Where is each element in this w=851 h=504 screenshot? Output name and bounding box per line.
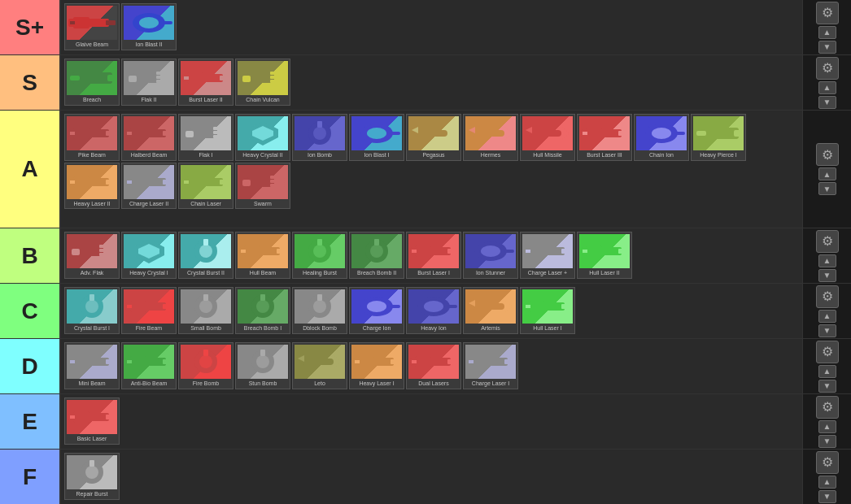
list-item[interactable]: Hull Missile: [520, 114, 575, 161]
svg-rect-115: [583, 250, 587, 253]
list-item[interactable]: Adv. Flak: [64, 232, 120, 279]
move-down-button[interactable]: ▼: [818, 182, 836, 195]
list-item[interactable]: Hull Laser II: [577, 232, 632, 279]
list-item[interactable]: Ion Stunner: [463, 232, 518, 279]
list-item[interactable]: Dblock Bomb: [292, 287, 347, 334]
svg-rect-150: [163, 359, 172, 364]
move-down-button[interactable]: ▼: [818, 490, 836, 503]
weapon-image: [124, 6, 174, 40]
list-item[interactable]: Healing Burst: [292, 232, 347, 279]
list-item[interactable]: Burst Laser I: [406, 232, 461, 279]
list-item[interactable]: Flak II: [121, 59, 177, 106]
list-item[interactable]: Ion Bomb: [292, 114, 347, 161]
move-up-button[interactable]: ▲: [818, 420, 836, 433]
gear-button[interactable]: ⚙: [816, 341, 839, 363]
list-item[interactable]: Pike Beam: [64, 114, 120, 161]
list-item[interactable]: Chain Ion: [634, 114, 689, 161]
list-item[interactable]: Heavy Ion: [406, 287, 461, 334]
list-item[interactable]: Heavy Pierce I: [691, 114, 746, 161]
svg-rect-79: [270, 184, 285, 187]
gear-button[interactable]: ⚙: [816, 451, 839, 474]
list-item[interactable]: Artemis: [463, 287, 518, 334]
list-item[interactable]: Hull Laser I: [520, 287, 575, 334]
move-down-button[interactable]: ▼: [818, 269, 836, 282]
list-item[interactable]: Heavy Laser II: [64, 163, 120, 210]
list-item[interactable]: Fire Beam: [121, 287, 177, 334]
weapon-image: [181, 289, 231, 324]
move-up-button[interactable]: ▲: [818, 310, 836, 323]
gear-button[interactable]: ⚙: [816, 2, 839, 24]
list-item[interactable]: Heavy Crystal II: [235, 114, 290, 161]
weapon-image: [465, 289, 516, 324]
list-item[interactable]: Flak I: [178, 114, 233, 161]
move-up-button[interactable]: ▲: [818, 26, 836, 39]
gear-button[interactable]: ⚙: [816, 285, 839, 308]
weapon-image: [124, 289, 174, 324]
svg-rect-85: [72, 249, 80, 255]
list-item[interactable]: Repair Burst: [64, 453, 120, 500]
list-item[interactable]: Crystal Burst I: [64, 287, 120, 334]
list-item[interactable]: Glaive Beam: [64, 3, 120, 50]
list-item[interactable]: Swarm: [235, 163, 290, 210]
list-item[interactable]: Charge Laser II: [121, 163, 177, 210]
svg-rect-51: [529, 130, 561, 137]
move-down-button[interactable]: ▼: [818, 41, 836, 54]
svg-rect-70: [130, 176, 146, 188]
list-item[interactable]: Burst Laser II: [178, 59, 233, 106]
svg-rect-165: [355, 360, 360, 363]
list-item[interactable]: Charge Laser I: [463, 342, 518, 389]
list-item[interactable]: Heavy Crystal I: [121, 232, 177, 279]
svg-rect-8: [107, 75, 114, 81]
svg-rect-69: [163, 180, 172, 185]
list-item[interactable]: Ion Blast I: [349, 114, 404, 161]
move-up-button[interactable]: ▲: [818, 81, 836, 94]
list-item[interactable]: Breach Bomb I: [235, 287, 290, 334]
move-down-button[interactable]: ▼: [818, 324, 836, 337]
list-item[interactable]: Breach: [64, 59, 120, 106]
move-up-button[interactable]: ▲: [818, 476, 836, 489]
move-up-button[interactable]: ▲: [818, 167, 836, 180]
list-item[interactable]: Ion Blast II: [121, 3, 177, 50]
list-item[interactable]: Crystal Burst II: [178, 232, 233, 279]
list-item[interactable]: Breach Bomb II: [349, 232, 404, 279]
list-item[interactable]: Pegasus: [406, 114, 461, 161]
svg-rect-179: [89, 460, 94, 467]
gear-button[interactable]: ⚙: [816, 143, 839, 166]
svg-rect-2: [73, 17, 89, 28]
arrow-controls: ▲▼: [818, 365, 836, 393]
weapon-image: [522, 116, 573, 150]
weapon-image: [238, 289, 288, 324]
svg-rect-164: [358, 356, 374, 367]
list-item[interactable]: Leto: [292, 342, 347, 389]
list-item[interactable]: Small Bomb: [178, 287, 233, 334]
gear-button[interactable]: ⚙: [816, 396, 839, 419]
move-down-button[interactable]: ▼: [818, 380, 836, 393]
list-item[interactable]: Hermes: [463, 114, 518, 161]
list-item[interactable]: Basic Laser: [64, 398, 120, 445]
weapon-label: Heavy Ion: [421, 325, 447, 332]
svg-point-41: [313, 127, 326, 140]
list-item[interactable]: Fire Bomb: [178, 342, 233, 389]
svg-rect-157: [260, 350, 265, 356]
list-item[interactable]: Burst Laser III: [577, 114, 632, 161]
list-item[interactable]: Halberd Beam: [121, 114, 177, 161]
gear-button[interactable]: ⚙: [816, 57, 839, 80]
gear-button[interactable]: ⚙: [816, 230, 839, 253]
move-down-button[interactable]: ▼: [818, 96, 836, 109]
list-item[interactable]: Charge Ion: [349, 287, 404, 334]
list-item[interactable]: Charge Laser +: [520, 232, 575, 279]
list-item[interactable]: Anti-Bio Beam: [121, 342, 177, 389]
list-item[interactable]: Mini Beam: [64, 342, 120, 389]
list-item[interactable]: Stun Bomb: [235, 342, 290, 389]
svg-rect-26: [73, 128, 89, 139]
move-up-button[interactable]: ▲: [818, 365, 836, 378]
move-down-button[interactable]: ▼: [818, 435, 836, 448]
list-item[interactable]: Chain Laser: [178, 163, 233, 210]
svg-rect-62: [734, 130, 740, 137]
list-item[interactable]: Heavy Laser I: [349, 342, 404, 389]
list-item[interactable]: Hull Beam: [235, 232, 290, 279]
move-up-button[interactable]: ▲: [818, 254, 836, 267]
list-item[interactable]: Chain Vulcan: [235, 59, 290, 106]
weapon-image: [181, 345, 231, 379]
list-item[interactable]: Dual Lasers: [406, 342, 461, 389]
